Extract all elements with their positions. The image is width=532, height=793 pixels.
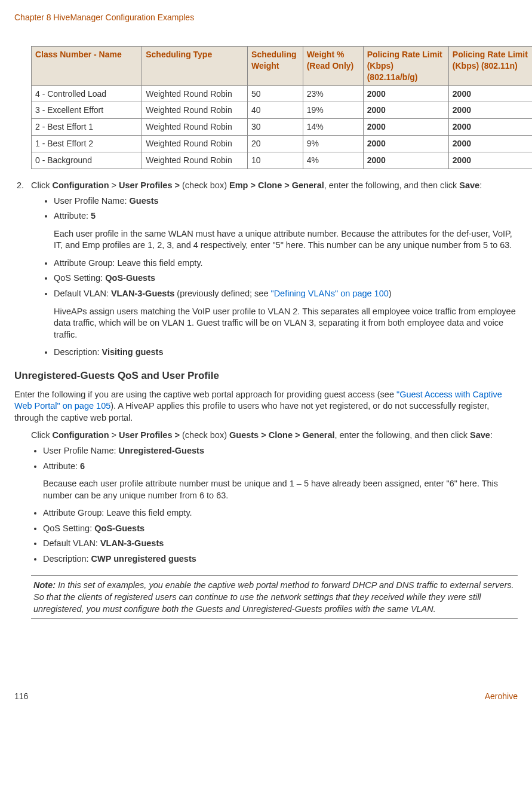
td-weight: 10 <box>248 152 303 169</box>
qos-table: Class Number - Name Scheduling Type Sche… <box>31 46 532 169</box>
nav-guests-clone: Guests > Clone <box>229 430 293 440</box>
nav-emp-clone: Emp > Clone <box>229 180 282 190</box>
save-label: Save <box>470 430 490 440</box>
unreg-intro: Enter the following if you are using the… <box>14 389 518 424</box>
brand-name: Aerohive <box>485 691 518 702</box>
td-weight: 40 <box>248 102 303 119</box>
vlan-para: HiveAPs assign users matching the VoIP u… <box>54 306 518 341</box>
list-item: Attribute Group: Leave this field empty. <box>54 258 518 270</box>
sep: > <box>109 430 119 440</box>
unregistered-guests-heading: Unregistered-Guests QoS and User Profile <box>14 369 518 383</box>
td-name: 0 - Background <box>32 152 142 169</box>
desc-label: Description: <box>43 554 91 564</box>
td-sched: Weighted Round Robin <box>142 102 248 119</box>
td-rate-n: 2000 <box>448 152 532 169</box>
td-weight: 20 <box>248 136 303 152</box>
text: : <box>490 430 493 440</box>
qos-value: QoS-Guests <box>105 273 155 283</box>
td-sched: Weighted Round Robin <box>142 152 248 169</box>
td-weight: 50 <box>248 85 303 102</box>
nav-user-profiles: User Profiles > <box>119 180 182 190</box>
td-rate-abg: 2000 <box>363 136 448 152</box>
td-pct: 19% <box>303 102 363 119</box>
step-2: Click Configuration > User Profiles > (c… <box>26 180 518 359</box>
upn-value: Unregistered-Guests <box>119 446 204 455</box>
td-pct: 4% <box>303 152 363 169</box>
vlan-label: Default VLAN: <box>43 538 100 548</box>
table-row: 2 - Best Effort 1 Weighted Round Robin 3… <box>32 119 533 136</box>
desc-value: Visiting guests <box>102 347 164 357</box>
td-rate-n: 2000 <box>448 119 532 136</box>
td-pct: 23% <box>303 85 363 102</box>
th-weight-pct: Weight % (Read Only) <box>303 46 363 85</box>
step2-text: Click Configuration > User Profiles > (c… <box>31 180 482 190</box>
td-rate-abg: 2000 <box>363 119 448 136</box>
td-rate-n: 2000 <box>448 102 532 119</box>
qos-label: QoS Setting: <box>43 523 94 533</box>
vlan-value: VLAN-3-Guests <box>111 289 174 298</box>
sep: > <box>109 180 119 190</box>
list-item: User Profile Name: Guests <box>54 195 518 207</box>
table-row: 4 - Controlled Load Weighted Round Robin… <box>32 85 533 102</box>
desc-label: Description: <box>54 347 102 357</box>
list-item: Attribute: 6 Because each user profile a… <box>43 461 518 502</box>
td-name: 1 - Best Effort 2 <box>32 136 142 152</box>
vlan-value: VLAN-3-Guests <box>100 538 164 548</box>
td-name: 2 - Best Effort 1 <box>32 119 142 136</box>
text: : <box>479 180 482 190</box>
th-rate-abg: Policing Rate Limit (Kbps) (802.11a/b/g) <box>363 46 448 85</box>
nav-user-profiles: User Profiles > <box>119 430 182 440</box>
list-item: Default VLAN: VLAN-3-Guests (previously … <box>54 288 518 341</box>
attr-note: Because each user profile attribute numb… <box>43 478 518 501</box>
text: (previously defined; see <box>174 289 270 298</box>
unreg-step-lead: Click Configuration > User Profiles > (c… <box>31 430 518 442</box>
list-item: Attribute Group: Leave this field empty. <box>43 507 518 519</box>
note-text: In this set of examples, you enable the … <box>33 580 514 613</box>
save-label: Save <box>459 180 479 190</box>
upn-label: User Profile Name: <box>54 196 130 206</box>
page-number: 116 <box>14 691 28 702</box>
td-sched: Weighted Round Robin <box>142 119 248 136</box>
td-rate-abg: 2000 <box>363 85 448 102</box>
th-sched-weight: Scheduling Weight <box>248 46 303 85</box>
nav-general: > General <box>293 430 335 440</box>
nav-configuration: Configuration <box>52 180 109 190</box>
qos-value: QoS-Guests <box>94 523 144 533</box>
nav-configuration: Configuration <box>52 430 109 440</box>
text: Enter the following if you are using the… <box>14 390 396 399</box>
list-item: Description: CWP unregistered guests <box>43 553 518 565</box>
list-item: Description: Visiting guests <box>54 347 518 359</box>
td-name: 3 - Excellent Effort <box>32 102 142 119</box>
chapter-header: Chapter 8 HiveManager Configuration Exam… <box>14 12 518 23</box>
td-sched: Weighted Round Robin <box>142 85 248 102</box>
attr-label: Attribute: <box>43 461 80 471</box>
text: , enter the following, and then click <box>324 180 460 190</box>
attr-value: 6 <box>80 461 85 471</box>
td-rate-abg: 2000 <box>363 152 448 169</box>
list-item: Attribute: 5 Each user profile in the sa… <box>54 210 518 252</box>
td-name: 4 - Controlled Load <box>32 85 142 102</box>
vlan-label: Default VLAN: <box>54 289 111 298</box>
table-row: 3 - Excellent Effort Weighted Round Robi… <box>32 102 533 119</box>
note-box: Note: In this set of examples, you enabl… <box>31 575 518 619</box>
th-class-name: Class Number - Name <box>32 46 142 85</box>
td-rate-n: 2000 <box>448 85 532 102</box>
text: Click <box>31 180 52 190</box>
td-pct: 9% <box>303 136 363 152</box>
th-rate-n: Policing Rate Limit (Kbps) (802.11n) <box>448 46 532 85</box>
list-item: QoS Setting: QoS-Guests <box>43 523 518 535</box>
text: ) <box>389 289 392 298</box>
td-rate-n: 2000 <box>448 136 532 152</box>
text: , enter the following, and then click <box>335 430 471 440</box>
list-item: QoS Setting: QoS-Guests <box>54 273 518 284</box>
list-item: User Profile Name: Unregistered-Guests <box>43 445 518 457</box>
td-pct: 14% <box>303 119 363 136</box>
defining-vlans-link[interactable]: "Defining VLANs" on page 100 <box>270 289 388 298</box>
table-header-row: Class Number - Name Scheduling Type Sche… <box>32 46 533 85</box>
td-weight: 30 <box>248 119 303 136</box>
td-rate-abg: 2000 <box>363 102 448 119</box>
attr-note: Each user profile in the same WLAN must … <box>54 228 518 252</box>
page-footer: 116 Aerohive <box>14 691 518 702</box>
text: (check box) <box>182 180 229 190</box>
table-row: 1 - Best Effort 2 Weighted Round Robin 2… <box>32 136 533 152</box>
